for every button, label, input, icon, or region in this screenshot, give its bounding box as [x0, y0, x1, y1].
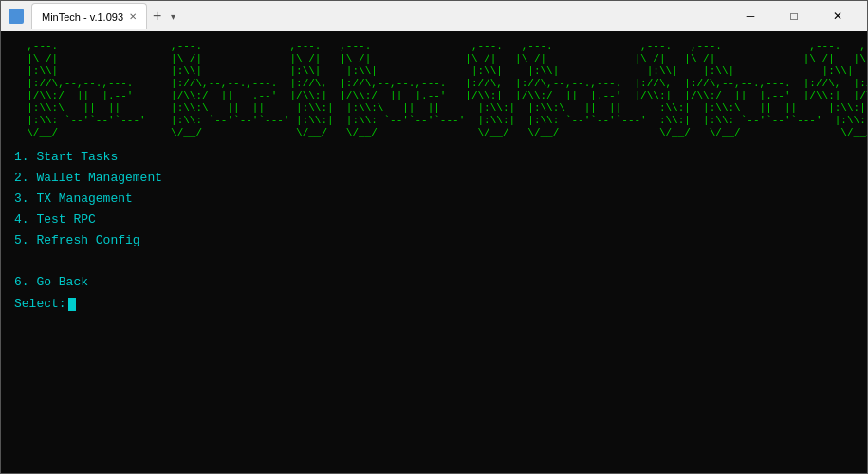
menu-item-3[interactable]: 3. TX Management: [14, 189, 854, 210]
minimize-button[interactable]: ─: [729, 1, 772, 31]
window-controls: ─ □ ✕: [729, 1, 859, 31]
maximize-button[interactable]: □: [772, 1, 816, 31]
tab-close-button[interactable]: ✕: [129, 11, 137, 22]
menu-item-4[interactable]: 4. Test RPC: [14, 210, 854, 230]
close-button[interactable]: ✕: [816, 1, 859, 31]
tab-bar: MinTech - v.1.093 ✕ + ▾: [31, 3, 179, 29]
menu-item-spacer: [14, 251, 854, 272]
title-bar: MinTech - v.1.093 ✕ + ▾ ─ □ ✕: [1, 1, 867, 31]
menu-item-5[interactable]: 5. Refresh Config: [14, 230, 854, 251]
active-tab[interactable]: MinTech - v.1.093 ✕: [31, 3, 147, 29]
app-window: MinTech - v.1.093 ✕ + ▾ ─ □ ✕ ,---. ,---…: [0, 0, 868, 474]
menu-item-2[interactable]: 2. Wallet Management: [14, 168, 854, 189]
new-tab-button[interactable]: +: [147, 9, 167, 24]
app-icon: [9, 9, 24, 24]
cursor: [68, 298, 76, 311]
tab-dropdown-button[interactable]: ▾: [167, 11, 179, 22]
select-prompt[interactable]: Select:: [14, 297, 854, 311]
ascii-art-banner: ,---. ,---. ,---. ,---. ,---. ,---. ,---…: [14, 41, 854, 139]
menu-item-1[interactable]: 1. Start Tasks: [14, 147, 854, 168]
prompt-text: Select:: [14, 297, 66, 311]
tab-label: MinTech - v.1.093: [42, 11, 123, 23]
menu-list: 1. Start Tasks 2. Wallet Management 3. T…: [14, 147, 854, 294]
terminal-content: ,---. ,---. ,---. ,---. ,---. ,---. ,---…: [1, 31, 867, 473]
menu-item-6[interactable]: 6. Go Back: [14, 272, 854, 293]
